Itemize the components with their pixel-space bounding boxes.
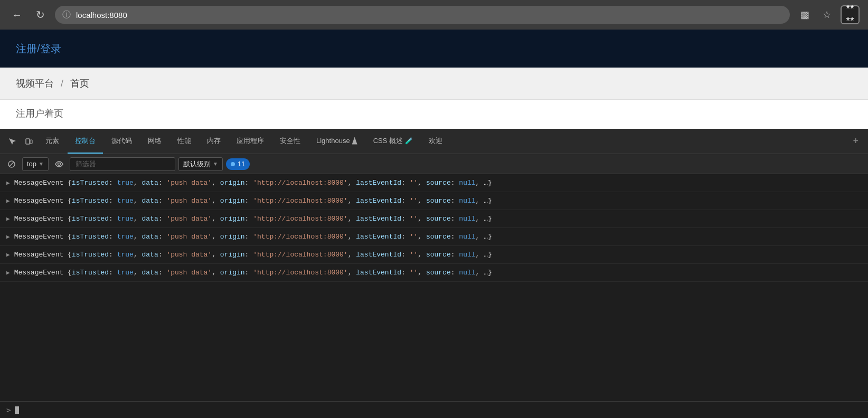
breadcrumb-separator: / xyxy=(61,78,63,89)
page-section: 注册/登录 视频平台 / 首页 注用户着页 xyxy=(0,30,868,129)
breadcrumb-current: 首页 xyxy=(70,78,89,89)
lighthouse-icon xyxy=(352,137,357,145)
top-context-selector[interactable]: top ▼ xyxy=(22,157,49,171)
tab-application[interactable]: 应用程序 xyxy=(229,129,271,154)
info-icon: ⓘ xyxy=(62,10,71,21)
devtools-device-toggle-button[interactable] xyxy=(21,134,37,149)
tab-elements[interactable]: 元素 xyxy=(38,129,67,154)
refresh-button[interactable]: ↻ xyxy=(32,6,49,23)
console-toolbar: top ▼ 默认级别 ▼ 11 xyxy=(0,154,868,174)
console-clear-button[interactable] xyxy=(4,157,19,172)
browser-chrome: ← ↻ ⓘ localhost:8080 ▩ ☆ ** ** xyxy=(0,0,868,30)
tab-welcome[interactable]: 欢迎 xyxy=(421,129,450,154)
devtools-panel: 元素 控制台 源代码 网络 性能 内存 应用程序 安全性 Lighthouse … xyxy=(0,129,868,418)
svg-rect-1 xyxy=(30,140,32,144)
log-level-label: 默认级别 xyxy=(183,159,211,169)
console-text: MessageEvent {isTrusted: true, data: 'pu… xyxy=(14,214,492,224)
console-line[interactable]: ▶MessageEvent {isTrusted: true, data: 'p… xyxy=(0,264,868,282)
error-count-text: 11 xyxy=(238,160,245,168)
expand-arrow: ▶ xyxy=(6,233,10,240)
expand-arrow: ▶ xyxy=(6,251,10,258)
console-input-row: > xyxy=(0,401,868,418)
console-line[interactable]: ▶MessageEvent {isTrusted: true, data: 'p… xyxy=(0,192,868,210)
console-line[interactable]: ▶MessageEvent {isTrusted: true, data: 'p… xyxy=(0,210,868,228)
site-header: 注册/登录 xyxy=(0,30,868,68)
tab-console[interactable]: 控制台 xyxy=(68,129,103,154)
log-level-selector[interactable]: 默认级别 ▼ xyxy=(178,157,223,171)
expand-arrow: ▶ xyxy=(6,215,10,222)
tab-memory[interactable]: 内存 xyxy=(200,129,228,154)
expand-arrow: ▶ xyxy=(6,197,10,204)
main-layout: 注册/登录 视频平台 / 首页 注用户着页 xyxy=(0,30,868,418)
console-output[interactable]: ▶MessageEvent {isTrusted: true, data: 'p… xyxy=(0,174,868,401)
breadcrumb-root: 视频平台 xyxy=(16,78,54,89)
top-context-label: top xyxy=(27,160,36,168)
log-level-chevron: ▼ xyxy=(213,161,218,167)
expand-arrow: ▶ xyxy=(6,269,10,276)
console-text: MessageEvent {isTrusted: true, data: 'pu… xyxy=(14,268,492,278)
tab-sources[interactable]: 源代码 xyxy=(104,129,139,154)
address-bar[interactable]: ⓘ localhost:8080 xyxy=(55,6,790,24)
site-nav-link[interactable]: 注册/登录 xyxy=(16,42,61,56)
console-line[interactable]: ▶MessageEvent {isTrusted: true, data: 'p… xyxy=(0,246,868,264)
url-text: localhost:8080 xyxy=(76,11,127,20)
svg-point-4 xyxy=(58,163,60,165)
devtools-toolbar: 元素 控制台 源代码 网络 性能 内存 应用程序 安全性 Lighthouse … xyxy=(0,129,868,154)
error-badge-dot xyxy=(231,162,235,166)
console-text: MessageEvent {isTrusted: true, data: 'pu… xyxy=(14,232,492,242)
error-count-badge: 11 xyxy=(226,158,250,170)
css-overview-badge: 🧪 xyxy=(405,137,413,145)
svg-rect-0 xyxy=(26,139,30,144)
tab-performance[interactable]: 性能 xyxy=(170,129,199,154)
add-tab-button[interactable]: + xyxy=(847,132,864,150)
breadcrumb-area: 视频平台 / 首页 xyxy=(0,68,868,99)
content-area: 注用户着页 xyxy=(0,99,868,129)
console-line[interactable]: ▶MessageEvent {isTrusted: true, data: 'p… xyxy=(0,174,868,192)
live-expressions-button[interactable] xyxy=(52,157,67,172)
browser-right-icons: ▩ ☆ ** ** xyxy=(796,5,860,24)
tab-css-overview[interactable]: CSS 概述 🧪 xyxy=(366,129,420,154)
console-text: MessageEvent {isTrusted: true, data: 'pu… xyxy=(14,178,492,188)
extensions-button[interactable]: ** ** xyxy=(841,5,860,24)
partial-content-text: 注用户着页 xyxy=(16,108,63,119)
console-text: MessageEvent {isTrusted: true, data: 'pu… xyxy=(14,196,492,206)
bookmark-button[interactable]: ☆ xyxy=(818,6,835,23)
console-cursor xyxy=(15,406,19,414)
svg-line-3 xyxy=(10,162,14,166)
console-prompt: > xyxy=(6,406,11,414)
back-button[interactable]: ← xyxy=(8,6,25,23)
tab-network[interactable]: 网络 xyxy=(140,129,169,154)
devtools-select-element-button[interactable] xyxy=(4,134,20,149)
console-filter-input[interactable] xyxy=(70,157,175,171)
tab-security[interactable]: 安全性 xyxy=(272,129,308,154)
top-context-chevron: ▼ xyxy=(39,161,44,167)
console-text: MessageEvent {isTrusted: true, data: 'pu… xyxy=(14,250,492,260)
expand-arrow: ▶ xyxy=(6,179,10,186)
console-line[interactable]: ▶MessageEvent {isTrusted: true, data: 'p… xyxy=(0,228,868,246)
tab-lighthouse[interactable]: Lighthouse xyxy=(309,129,365,154)
reader-mode-button[interactable]: ▩ xyxy=(796,6,813,23)
